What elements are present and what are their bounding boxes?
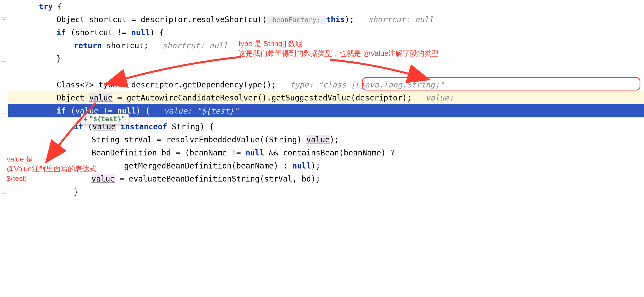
identifier-value: value: [89, 93, 113, 102]
expand-icon[interactable]: +: [83, 115, 87, 123]
code-line[interactable]: value = evaluateBeanDefinitionString(str…: [8, 172, 644, 185]
code-line[interactable]: String strVal = resolveEmbeddedValue((St…: [8, 133, 644, 146]
fold-marker[interactable]: −: [1, 109, 6, 114]
inline-hint-value: value:: [426, 93, 454, 102]
code-line[interactable]: getMergedBeanDefinition(beanName) : null…: [8, 159, 644, 172]
inline-hint-shortcut: shortcut: null: [162, 41, 228, 50]
annotation-text-value: value 是 @Value注解里面写的表达式 ${test}: [7, 154, 97, 183]
tooltip-value: "${test}": [89, 115, 125, 123]
inline-hint-value: value: "${test}": [164, 106, 239, 115]
fold-marker[interactable]: −: [1, 189, 6, 194]
annotation-highlight-box: [362, 77, 640, 90]
annotation-text-type: type 是 String[] 数组 这是我们希望得到的数据类型，也就是 @Va…: [239, 39, 439, 58]
keyword-return: return: [74, 41, 102, 50]
keyword-null: null: [131, 28, 150, 37]
keyword-null: null: [292, 161, 311, 170]
editor-gutter: − − − −: [0, 0, 8, 297]
identifier-value: value: [306, 135, 329, 144]
param-hint-beanfactory: beanFactory:: [267, 16, 326, 24]
code-line-highlighted[interactable]: Object value = getAutowireCandidateResol…: [8, 91, 644, 104]
code-line[interactable]: BeanDefinition bd = (beanName != null &&…: [8, 146, 644, 159]
keyword-if: if: [57, 106, 66, 115]
keyword-null: null: [246, 148, 264, 157]
debug-value-tooltip[interactable]: +"${test}": [81, 114, 129, 124]
code-line[interactable]: }: [8, 185, 644, 198]
keyword-try: try: [39, 2, 53, 11]
keyword-this: this: [326, 15, 345, 24]
code-line[interactable]: if (shortcut != null) {: [8, 26, 644, 39]
inline-hint-shortcut: shortcut: null: [368, 15, 434, 24]
fold-marker[interactable]: −: [1, 17, 6, 22]
code-line[interactable]: Object shortcut = descriptor.resolveShor…: [8, 13, 644, 26]
code-line[interactable]: try {: [8, 0, 644, 13]
keyword-if: if: [57, 28, 66, 37]
fold-marker[interactable]: −: [1, 57, 6, 62]
